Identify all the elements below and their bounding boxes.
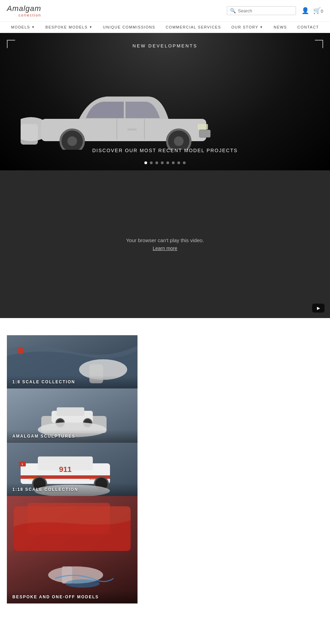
hero-dot-1[interactable] bbox=[144, 161, 147, 164]
hero-dot-3[interactable] bbox=[155, 161, 158, 164]
svg-rect-8 bbox=[199, 130, 210, 137]
search-input[interactable] bbox=[238, 8, 293, 13]
hero-car-svg bbox=[21, 71, 227, 150]
hero-slider: NEW DEVELOPMENTS DISCOVER OUR MOST RECEN… bbox=[0, 33, 330, 170]
hero-dot-4[interactable] bbox=[161, 161, 164, 164]
spacer bbox=[0, 318, 330, 332]
svg-point-41 bbox=[65, 579, 100, 588]
hero-dot-6[interactable] bbox=[172, 161, 175, 164]
video-message: Your browser can't play this video. Lear… bbox=[126, 237, 204, 251]
hero-label-bottom: DISCOVER OUR MOST RECENT MODEL PROJECTS bbox=[92, 148, 238, 153]
chevron-down-icon: ▼ bbox=[260, 25, 263, 29]
scale18-label: 1:18 SCALE COLLECTION bbox=[7, 483, 138, 496]
hero-dot-8[interactable] bbox=[183, 161, 186, 164]
svg-rect-11 bbox=[127, 128, 137, 131]
account-icon[interactable]: 👤 bbox=[301, 7, 309, 14]
bespoke-image bbox=[7, 496, 138, 603]
header-icons: 👤 🛒0 bbox=[301, 7, 323, 14]
corner-bracket-topleft bbox=[7, 40, 15, 48]
nav-news-label: NEWS bbox=[274, 25, 287, 29]
nav-our-story-label: OUR STORY bbox=[231, 25, 258, 29]
nav-contact[interactable]: CONTACT bbox=[297, 25, 319, 29]
svg-text:1: 1 bbox=[22, 463, 23, 466]
cart-icon[interactable]: 🛒0 bbox=[313, 7, 323, 14]
bottom-grid: ⬤ 1:8 SCALE COLLECTION bbox=[0, 335, 330, 603]
corner-bracket-topright bbox=[315, 40, 323, 48]
nav-contact-label: CONTACT bbox=[297, 25, 319, 29]
search-icon: 🔍 bbox=[230, 8, 236, 13]
scale8-label: 1:8 SCALE COLLECTION bbox=[7, 375, 138, 388]
hero-label-top: NEW DEVELOPMENTS bbox=[133, 43, 198, 48]
logo[interactable]: Amalgam collection bbox=[7, 4, 41, 17]
nav-models-label: MODELS bbox=[11, 25, 30, 29]
hero-dot-2[interactable] bbox=[150, 161, 153, 164]
svg-text:911: 911 bbox=[59, 465, 72, 474]
svg-point-4 bbox=[67, 136, 77, 146]
video-learn-more-link[interactable]: Learn more bbox=[153, 246, 177, 251]
left-grid-column: ⬤ 1:8 SCALE COLLECTION bbox=[7, 335, 138, 603]
nav-our-story[interactable]: OUR STORY ▼ bbox=[231, 25, 263, 29]
chevron-down-icon: ▼ bbox=[89, 25, 92, 29]
svg-text:⬤: ⬤ bbox=[17, 347, 24, 354]
video-message-text: Your browser can't play this video. bbox=[126, 237, 204, 243]
nav-commercial-services[interactable]: COMMERCIAL SERVICES bbox=[166, 25, 221, 29]
nav-unique-commissions-label: UNIQUE COMMISSIONS bbox=[103, 25, 155, 29]
video-section: Your browser can't play this video. Lear… bbox=[0, 170, 330, 318]
brand-name: Amalgam bbox=[7, 4, 41, 13]
header: Amalgam collection 🔍 👤 🛒0 bbox=[0, 0, 330, 22]
chevron-down-icon: ▼ bbox=[32, 25, 35, 29]
nav-news[interactable]: NEWS bbox=[274, 25, 287, 29]
nav-bespoke-models[interactable]: BESPOKE MODELS ▼ bbox=[45, 25, 93, 29]
svg-point-6 bbox=[174, 136, 184, 146]
grid-item-scale18[interactable]: 911 Hertz Mobil 1 1 1:18 SCALE COLLECTIO… bbox=[7, 443, 138, 496]
nav-models[interactable]: MODELS ▼ bbox=[11, 25, 35, 29]
nav-commercial-services-label: COMMERCIAL SERVICES bbox=[166, 25, 221, 29]
hero-dots bbox=[144, 161, 186, 164]
grid-item-bespoke[interactable]: BESPOKE AND ONE-OFF MODELS bbox=[7, 496, 138, 603]
sculptures-label: AMALGAM SCULPTURES bbox=[7, 430, 138, 443]
youtube-icon[interactable] bbox=[312, 304, 324, 313]
hero-dot-7[interactable] bbox=[177, 161, 180, 164]
svg-rect-19 bbox=[57, 407, 84, 416]
svg-rect-7 bbox=[198, 124, 208, 129]
nav-bespoke-models-label: BESPOKE MODELS bbox=[45, 25, 88, 29]
hero-dot-5[interactable] bbox=[166, 161, 169, 164]
main-nav: MODELS ▼ BESPOKE MODELS ▼ UNIQUE COMMISS… bbox=[0, 22, 330, 33]
bespoke-label: BESPOKE AND ONE-OFF MODELS bbox=[7, 590, 138, 603]
grid-item-sculptures[interactable]: AMALGAM SCULPTURES bbox=[7, 388, 138, 443]
svg-rect-1 bbox=[21, 124, 38, 145]
brand-sub: collection bbox=[7, 13, 41, 17]
search-bar[interactable]: 🔍 bbox=[227, 6, 296, 15]
cart-count: 0 bbox=[321, 9, 323, 14]
nav-unique-commissions[interactable]: UNIQUE COMMISSIONS bbox=[103, 25, 155, 29]
header-right: 🔍 👤 🛒0 bbox=[227, 6, 323, 15]
grid-item-scale8[interactable]: ⬤ 1:8 SCALE COLLECTION bbox=[7, 335, 138, 388]
